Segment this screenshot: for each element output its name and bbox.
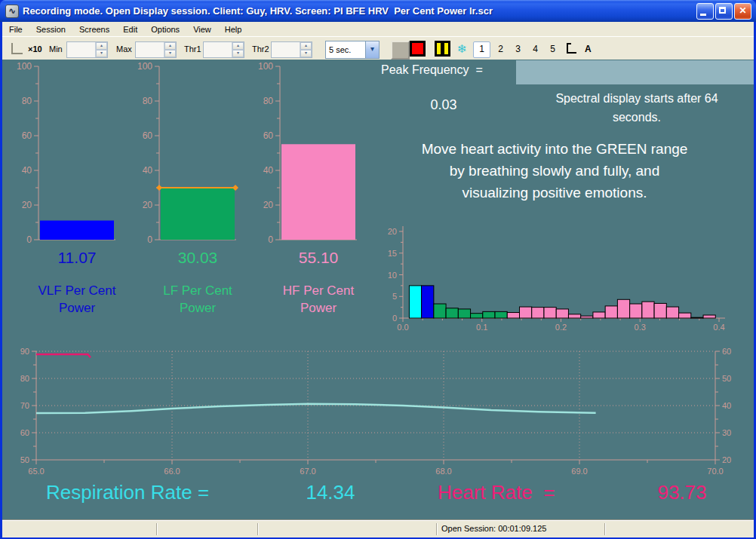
menu-screens[interactable]: Screens xyxy=(72,23,116,35)
menu-bar: File Session Screens Edit Options View H… xyxy=(2,22,754,37)
svg-text:0.2: 0.2 xyxy=(555,323,567,332)
svg-text:0.0: 0.0 xyxy=(397,323,408,332)
maximize-button[interactable] xyxy=(715,3,733,20)
svg-text:30: 30 xyxy=(722,428,731,437)
pause-button[interactable] xyxy=(435,41,450,57)
axis-button[interactable] xyxy=(567,44,576,54)
thr1-spin-down-icon[interactable]: ▾ xyxy=(232,50,244,57)
hf-bar-chart: 020406080100 xyxy=(250,62,370,250)
instruction-text: Move heart activity into the GREEN range… xyxy=(363,138,746,204)
svg-text:0.3: 0.3 xyxy=(635,323,646,332)
screen-2-button[interactable]: 2 xyxy=(493,41,509,57)
svg-text:40: 40 xyxy=(143,165,153,176)
svg-text:0.1: 0.1 xyxy=(476,323,487,332)
interval-value: 5 sec. xyxy=(326,45,365,54)
svg-text:60: 60 xyxy=(722,347,731,356)
thr2-spinner: ▴ ▾ xyxy=(271,41,312,58)
menu-options[interactable]: Options xyxy=(144,23,186,35)
max-spin-up-icon[interactable]: ▴ xyxy=(164,42,176,50)
max-input[interactable] xyxy=(136,42,164,57)
titlebar[interactable]: ∿ Recording mode. Open Display session. … xyxy=(0,0,756,22)
svg-text:0: 0 xyxy=(26,234,32,245)
close-icon: ✕ xyxy=(735,4,751,19)
lf-value: 30.03 xyxy=(129,249,266,267)
min-spin-up-icon[interactable]: ▴ xyxy=(96,42,107,50)
svg-text:100: 100 xyxy=(137,62,152,72)
peak-frequency-label: Peak Frequency = xyxy=(381,63,483,77)
thr2-input[interactable] xyxy=(272,42,300,57)
record-stop-button[interactable] xyxy=(410,41,426,57)
spectral-notice: Spectral display starts after 64 seconds… xyxy=(523,89,751,127)
svg-text:50: 50 xyxy=(20,455,29,464)
svg-text:20: 20 xyxy=(722,455,731,464)
vlf-bar-chart: 020406080100 xyxy=(8,62,129,250)
close-button[interactable]: ✕ xyxy=(734,3,751,20)
peak-frequency-value: 0.03 xyxy=(402,97,485,113)
svg-text:0: 0 xyxy=(268,234,273,245)
hf-title: HF Per Cent Power xyxy=(250,282,387,317)
svg-text:68.0: 68.0 xyxy=(435,467,451,476)
peak-frequency-panel xyxy=(516,60,754,84)
svg-text:15: 15 xyxy=(388,249,397,258)
respiration-rate-value: 14.34 xyxy=(293,481,368,504)
thr1-spinner: ▴ ▾ xyxy=(203,41,244,58)
session-timer: Open Session: 00:01:09.125 xyxy=(441,524,546,533)
menu-help[interactable]: Help xyxy=(218,23,249,35)
window-title: Recording mode. Open Display session. Cl… xyxy=(23,5,696,17)
app-window: ∿ Recording mode. Open Display session. … xyxy=(0,0,756,539)
chevron-down-icon[interactable]: ▾ xyxy=(365,41,379,58)
heart-rate-value: 93.73 xyxy=(635,481,730,504)
interval-select[interactable]: 5 sec. ▾ xyxy=(325,41,380,59)
svg-text:0: 0 xyxy=(147,234,152,245)
menu-edit[interactable]: Edit xyxy=(116,23,144,35)
app-icon: ∿ xyxy=(5,5,19,18)
menu-view[interactable]: View xyxy=(186,23,218,35)
screen-1-button[interactable]: 1 xyxy=(473,41,490,58)
statusbar-divider xyxy=(257,523,258,535)
rate-trend-chart: 5020603070408050906065.066.067.068.069.0… xyxy=(2,341,756,480)
snowflake-icon[interactable]: ❄ xyxy=(454,41,469,57)
menu-file[interactable]: File xyxy=(2,23,29,35)
max-label: Max xyxy=(116,44,132,54)
svg-text:80: 80 xyxy=(20,374,29,383)
min-input[interactable] xyxy=(67,42,95,57)
svg-text:65.0: 65.0 xyxy=(28,467,44,476)
status-bar: Open Session: 00:01:09.125 xyxy=(2,520,754,537)
svg-text:5: 5 xyxy=(392,292,397,301)
thr1-input[interactable] xyxy=(204,42,232,57)
thr2-spin-down-icon[interactable]: ▾ xyxy=(300,50,312,57)
svg-text:80: 80 xyxy=(143,96,153,106)
screen-3-button[interactable]: 3 xyxy=(510,41,526,57)
vlf-title: VLF Per Cent Power xyxy=(8,282,146,317)
thr2-label: Thr2 xyxy=(252,44,269,54)
svg-text:20: 20 xyxy=(22,200,32,210)
svg-text:66.0: 66.0 xyxy=(164,467,180,476)
svg-text:50: 50 xyxy=(722,374,731,383)
heart-rate-label: Heart Rate = xyxy=(438,481,555,504)
svg-text:100: 100 xyxy=(17,62,32,72)
power-spectrum-chart: 051015200.00.10.20.30.4 xyxy=(376,217,738,338)
thr1-spin-up-icon[interactable]: ▴ xyxy=(232,42,244,50)
gray-swatch-button[interactable] xyxy=(391,41,410,60)
times-ten-toggle[interactable]: ×10 xyxy=(28,44,42,54)
svg-text:40: 40 xyxy=(22,165,32,176)
svg-text:40: 40 xyxy=(722,401,731,410)
statusbar-divider xyxy=(436,523,437,535)
hf-value: 55.10 xyxy=(250,249,387,267)
svg-text:67.0: 67.0 xyxy=(300,467,315,476)
menu-session[interactable]: Session xyxy=(29,23,72,35)
svg-text:0: 0 xyxy=(392,314,397,323)
screen-4-button[interactable]: 4 xyxy=(527,41,543,57)
min-spin-down-icon[interactable]: ▾ xyxy=(96,50,107,57)
svg-text:90: 90 xyxy=(20,347,29,356)
max-spin-down-icon[interactable]: ▾ xyxy=(164,50,176,57)
respiration-rate-label: Respiration Rate = xyxy=(46,481,209,504)
thr2-spin-up-icon[interactable]: ▴ xyxy=(300,42,312,50)
vlf-value: 11.07 xyxy=(8,249,146,267)
thr1-label: Thr1 xyxy=(184,44,201,54)
axis-scale-icon[interactable] xyxy=(11,43,23,54)
svg-text:20: 20 xyxy=(263,200,274,210)
minimize-button[interactable] xyxy=(696,3,714,20)
auto-scale-button[interactable]: A xyxy=(585,44,592,54)
screen-5-button[interactable]: 5 xyxy=(545,41,561,57)
